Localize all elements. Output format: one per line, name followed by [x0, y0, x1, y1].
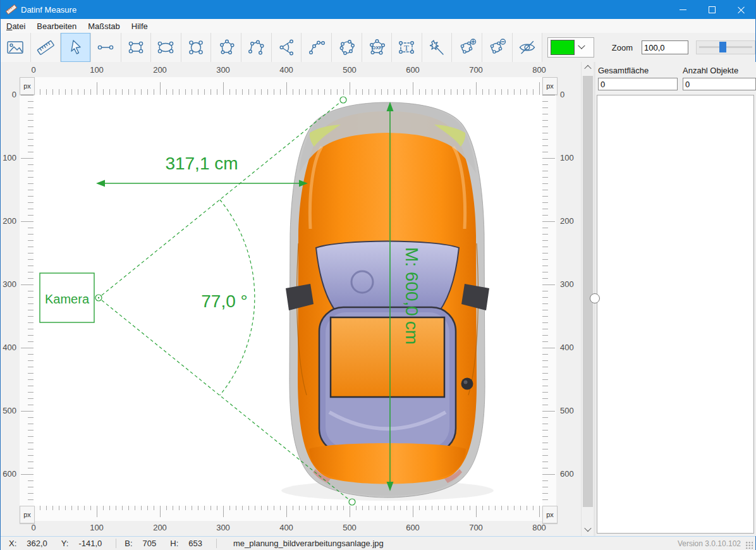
ruler-tick [21, 158, 34, 159]
total-area-field[interactable] [598, 78, 678, 90]
ruler-tick [97, 82, 97, 95]
maximize-button[interactable] [697, 0, 726, 19]
ruler-bottom [34, 504, 542, 521]
ruler-tick [109, 89, 110, 95]
ruler-tick [324, 89, 325, 95]
polygon-tool[interactable] [211, 33, 241, 62]
ruler-tick [28, 107, 34, 108]
dxf-tool[interactable]: DXF [362, 33, 393, 62]
ruler-tick [425, 89, 426, 95]
magic-wand-tool[interactable] [422, 33, 453, 62]
polyline-tool[interactable] [241, 33, 272, 62]
select-tool[interactable] [61, 33, 91, 62]
ruler-left-labels: 0100200300400500600 [1, 62, 18, 536]
ruler-number: 500 [3, 406, 16, 415]
ruler-tick [280, 89, 281, 95]
ruler-tick [21, 474, 34, 475]
open-image-tool[interactable] [1, 33, 31, 62]
object-list[interactable] [597, 95, 754, 534]
menu-hilfe[interactable]: Hilfe [126, 20, 154, 32]
app-window: Datinf Measure DateiBearbeitenMaßstabHil… [0, 0, 756, 550]
toggle-visibility-tool[interactable] [513, 33, 543, 62]
close-button[interactable] [726, 0, 755, 19]
ruler-top [34, 77, 542, 95]
scroll-down-button[interactable] [582, 523, 594, 535]
magic-wand-icon [427, 37, 447, 58]
ruler-tick [141, 89, 142, 95]
menu-mastab[interactable]: Maßstab [82, 20, 126, 32]
ruler-tick [542, 480, 548, 481]
ruler-number: 800 [532, 65, 546, 75]
text-tool[interactable]: T [392, 33, 422, 62]
ruler-tick [542, 468, 548, 468]
object-count-field[interactable] [683, 78, 756, 90]
ruler-tick [28, 405, 34, 405]
ruler-number: 200 [3, 216, 16, 226]
ruler-number: 200 [153, 65, 167, 75]
width-measurement[interactable]: 317,1 cm [96, 154, 308, 187]
minimize-button[interactable] [668, 0, 697, 19]
path-tool[interactable] [302, 33, 332, 62]
ruler-tick [542, 183, 548, 184]
ruler-tick [542, 386, 548, 386]
ellipse-tool[interactable] [151, 33, 181, 62]
ruler-tick [305, 89, 306, 95]
zoom-input[interactable] [642, 40, 688, 54]
ruler-tick [59, 89, 59, 95]
angle-tool[interactable] [272, 33, 302, 62]
ruler-tick [21, 411, 34, 412]
region-subtract-tool[interactable] [482, 33, 513, 62]
ruler-tick [542, 303, 548, 304]
resize-grip[interactable] [745, 541, 753, 549]
line-measure-tool[interactable] [91, 33, 121, 62]
zoom-slider[interactable] [696, 40, 755, 54]
unit-px-top-left[interactable]: px [20, 77, 35, 95]
ruler-tick [542, 139, 548, 140]
scale-ruler-tool[interactable] [31, 33, 61, 62]
ruler-tick [413, 82, 413, 95]
scrollbar-thumb[interactable] [583, 76, 593, 507]
unit-px-bottom-left[interactable]: px [20, 506, 35, 523]
ruler-tick [375, 89, 375, 95]
freehand-tool[interactable] [332, 33, 362, 62]
ruler-tick [46, 89, 47, 95]
polygon-plus-icon [457, 37, 477, 58]
color-swatch [551, 40, 575, 55]
ruler-tick [28, 443, 34, 443]
ruler-tick [40, 89, 40, 95]
ruler-tick [508, 89, 508, 95]
ruler-tick [21, 221, 34, 222]
height-value: 653 [188, 539, 202, 548]
ruler-tick [312, 89, 312, 95]
ruler-number: 400 [279, 523, 293, 532]
ruler-tick [248, 89, 249, 95]
circle-tool[interactable] [181, 33, 212, 62]
ruler-tick [217, 89, 217, 95]
ruler-tick [28, 164, 34, 165]
ruler-tick [520, 89, 521, 95]
measure-canvas[interactable]: 317,1 cm Kamera 77,0 ° [34, 95, 542, 506]
ruler-tick [542, 164, 548, 165]
ruler-tick [28, 367, 34, 367]
scroll-up-button[interactable] [582, 62, 594, 73]
zoom-slider-thumb[interactable] [719, 42, 726, 52]
ruler-tick [542, 367, 548, 367]
ruler-number: 100 [90, 523, 104, 532]
ruler-tick [542, 405, 548, 405]
menu-datei[interactable]: Datei [1, 20, 31, 32]
ruler-tick [28, 461, 34, 462]
ruler-tick [542, 348, 555, 348]
menu-bearbeiten[interactable]: Bearbeiten [31, 20, 82, 32]
rectangle-tool[interactable] [121, 33, 152, 62]
color-picker-button[interactable] [547, 37, 594, 58]
title-bar[interactable]: Datinf Measure [1, 0, 755, 19]
unit-px-top-right[interactable]: px [542, 77, 558, 95]
unit-px-bottom-right[interactable]: px [542, 506, 558, 523]
splitter-handle[interactable] [590, 293, 600, 303]
ruler-tick [28, 177, 34, 178]
region-add-tool[interactable] [452, 33, 482, 62]
ruler-number: 600 [406, 523, 420, 532]
ruler-tick [192, 89, 192, 95]
ruler-tick [28, 379, 34, 380]
ruler-number: 600 [406, 65, 420, 75]
